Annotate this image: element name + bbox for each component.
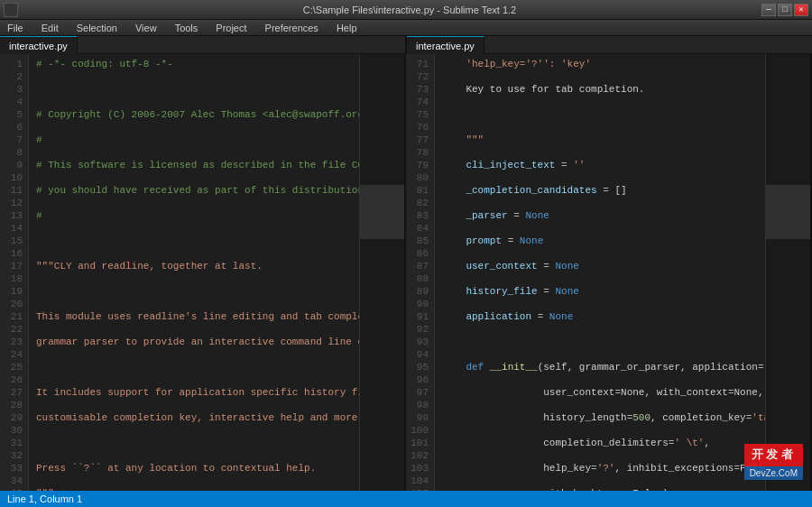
status-position: Line 1, Column 1 [7, 493, 82, 504]
watermark-text: 开 发 者 [744, 444, 803, 466]
status-bar: Line 1, Column 1 [0, 491, 812, 507]
menu-tools[interactable]: Tools [171, 23, 202, 33]
title-bar: C:\Sample Files\interactive.py - Sublime… [0, 0, 812, 20]
left-line-numbers: 1234567891011121314151617181920212223242… [0, 54, 29, 491]
editor-container: 1234567891011121314151617181920212223242… [0, 54, 812, 491]
window-controls: — □ ✕ [761, 4, 808, 16]
left-minimap [359, 54, 404, 491]
watermark-subtext: DevZe.CoM [744, 466, 803, 480]
menu-edit[interactable]: Edit [38, 23, 62, 33]
minimize-button[interactable]: — [761, 4, 776, 16]
left-code-area[interactable]: # -*- coding: utf-8 -*- # Copyright (C) … [29, 54, 359, 491]
left-editor-pane: 1234567891011121314151617181920212223242… [0, 54, 406, 491]
right-tab-group: interactive.py [407, 36, 812, 53]
menu-file[interactable]: File [4, 23, 27, 33]
right-line-numbers: 7172737475767778798081828384858687888990… [406, 54, 435, 491]
left-tab[interactable]: interactive.py [0, 36, 78, 54]
tabs-area: interactive.py interactive.py [0, 36, 812, 54]
left-tab-group: interactive.py [0, 36, 405, 53]
menu-view[interactable]: View [132, 23, 161, 33]
menu-bar: File Edit Selection View Tools Project P… [0, 20, 812, 36]
menu-project[interactable]: Project [212, 23, 250, 33]
maximize-button[interactable]: □ [778, 4, 792, 16]
window-title: C:\Sample Files\interactive.py - Sublime… [58, 5, 761, 15]
close-button[interactable]: ✕ [794, 4, 808, 16]
watermark: 开 发 者 DevZe.CoM [744, 444, 803, 480]
menu-help[interactable]: Help [333, 23, 361, 33]
right-minimap [765, 54, 810, 491]
right-editor-pane: 7172737475767778798081828384858687888990… [406, 54, 812, 491]
menu-selection[interactable]: Selection [73, 23, 121, 33]
right-tab[interactable]: interactive.py [407, 36, 484, 54]
right-code-area[interactable]: 'help_key='?'': 'key' Key to use for tab… [435, 54, 765, 491]
menu-preferences[interactable]: Preferences [262, 23, 322, 33]
